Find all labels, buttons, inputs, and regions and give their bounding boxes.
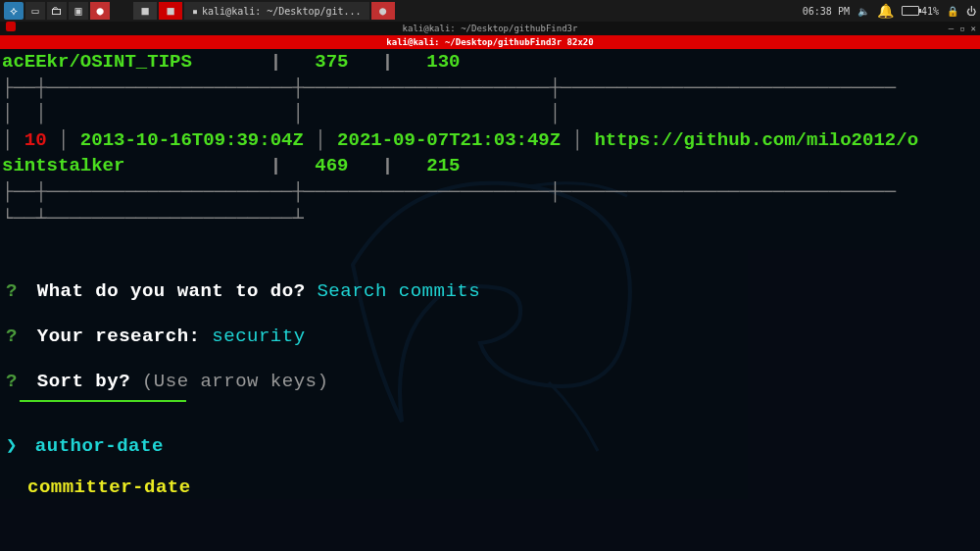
taskbar-window-label: kali@kali: ~/Desktop/git... (202, 6, 362, 17)
prompt-research: ? Your research: security (0, 324, 980, 349)
workspace-1[interactable]: ■ (133, 2, 157, 20)
cell-forks: 130 (426, 51, 460, 73)
prompt-action: ? What do you want to do? Search commits (0, 278, 980, 304)
prompt-hint: (Use arrow keys) (142, 371, 328, 392)
cell-url: https://github.com/milo2012/o (594, 129, 918, 151)
show-desktop-icon[interactable]: ▭ (25, 2, 45, 20)
files-icon[interactable]: 🗀 (47, 2, 67, 20)
sort-option-selected[interactable]: ❯ author-date (0, 431, 980, 459)
window-title-bar: kali@kali: ~/Desktop/githubFind3r — ▫ ✕ (0, 22, 980, 35)
workspace-2[interactable]: ■ (159, 2, 182, 20)
prompt-a1: Search commits (317, 280, 480, 302)
cell-created: 2013-10-16T09:39:04Z (80, 129, 304, 151)
battery-indicator[interactable]: 41% (902, 6, 939, 17)
record-icon[interactable]: ● (90, 2, 110, 20)
option-committer-date: committer-date (27, 476, 191, 498)
window-app-icon (6, 22, 16, 31)
terminal-status-bar: kali@kali: ~/Desktop/githubFind3r 82x20 (0, 35, 980, 49)
close-button[interactable]: ✕ (971, 22, 976, 35)
question-mark-icon: ? (6, 371, 18, 392)
output-table: acEEkr/OSINT_TIPS | 375 | 130 ├──┼──────… (0, 49, 980, 231)
question-mark-icon: ? (6, 280, 18, 302)
prompt-sort: ? Sort by? (Use arrow keys) (0, 369, 980, 394)
cell-updated: 2021-09-07T21:03:49Z (337, 129, 561, 151)
minimize-button[interactable]: — (949, 22, 954, 35)
prompt-q1: What do you want to do? (37, 280, 306, 302)
taskbar-recorder-window[interactable]: ● (371, 2, 395, 20)
prompt-q3: Sort by? (37, 371, 130, 392)
prompt-a2: security (212, 326, 305, 347)
maximize-button[interactable]: ▫ (959, 22, 964, 35)
volume-icon[interactable]: 🔈 (858, 6, 869, 17)
cell-forks-2: 215 (426, 155, 460, 176)
clock[interactable]: 06:38 PM (803, 6, 850, 17)
kali-menu-icon[interactable]: ⟡ (4, 2, 24, 20)
terminal-status-text: kali@kali: ~/Desktop/githubFind3r 82x20 (386, 37, 593, 47)
battery-icon (902, 6, 919, 16)
lock-icon[interactable]: 🔒 (947, 6, 958, 17)
terminal[interactable]: acEEkr/OSINT_TIPS | 375 | 130 ├──┼──────… (0, 49, 980, 551)
prompt-q2: Your research: (37, 326, 201, 347)
cell-stars: 375 (315, 51, 348, 73)
taskbar: ⟡ ▭ 🗀 ▣ ● ■ ■ ▪ kali@kali: ~/Desktop/git… (0, 0, 980, 22)
selection-separator (20, 400, 186, 402)
question-mark-icon: ? (6, 326, 18, 347)
window-title: kali@kali: ~/Desktop/githubFind3r (403, 24, 578, 33)
notifications-icon[interactable]: 🔔 (877, 3, 894, 19)
sort-option-2[interactable]: committer-date (0, 475, 980, 500)
pointer-icon: ❯ (6, 435, 18, 457)
power-icon[interactable]: ⏻ (966, 6, 976, 17)
cell-repo-name: acEEkr/OSINT_TIPS (2, 51, 192, 73)
terminal-launcher-icon[interactable]: ▣ (69, 2, 88, 20)
option-author-date: author-date (35, 435, 164, 457)
cell-id: 10 (24, 129, 47, 151)
terminal-task-icon: ▪ (192, 6, 198, 17)
battery-percent: 41% (921, 6, 939, 17)
taskbar-window-item[interactable]: ▪ kali@kali: ~/Desktop/git... (184, 2, 369, 20)
cell-stars-2: 469 (315, 155, 348, 176)
cell-repo-cont: sintstalker (2, 155, 124, 176)
